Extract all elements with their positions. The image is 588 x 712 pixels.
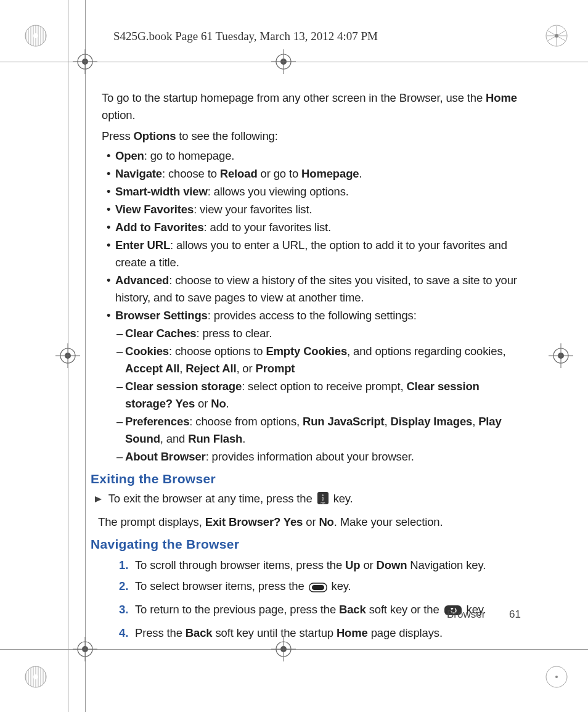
text: to see the following: (176, 129, 277, 142)
bold-text: Accept All (125, 362, 179, 375)
text: or (303, 515, 319, 528)
bold-text: Browser Settings (115, 309, 208, 322)
text: Press the (135, 626, 186, 639)
footer-section: Browser (447, 608, 485, 620)
bold-text: Run Flash (188, 432, 242, 445)
text: : allows you viewing options. (208, 185, 349, 198)
bold-text: Smart-width view (115, 185, 208, 198)
svg-rect-45 (312, 585, 324, 590)
bold-text: Clear session storage (125, 380, 242, 393)
text: option. (102, 108, 136, 121)
registration-mark-icon (73, 49, 97, 74)
bold-text: Advanced (115, 274, 169, 287)
corner-mark-icon (25, 666, 47, 688)
registration-mark-icon (271, 49, 296, 74)
bold-text: Empty Cookies (266, 345, 347, 358)
text: : go to homepage. (144, 149, 235, 162)
svg-text:PWR: PWR (321, 502, 325, 504)
bold-text: Homepage (301, 167, 359, 180)
text: page displays. (368, 626, 443, 639)
text: , (385, 415, 391, 428)
bold-text: Up (345, 559, 360, 571)
exit-instruction: To exit the browser at any time, press t… (94, 490, 521, 510)
option-add-favorites: Add to Favorites: add to your favorites … (107, 219, 521, 236)
bold-text: Reject All (186, 362, 236, 375)
bold-text: Preferences (125, 415, 189, 428)
bold-text: View Favorites (115, 203, 194, 216)
step-1: To scroll through browser items, press t… (119, 557, 521, 574)
bold-text: Home (337, 626, 368, 639)
text: : choose from options, (189, 415, 303, 428)
text: : press to clear. (196, 327, 272, 340)
svg-point-32 (555, 34, 558, 38)
bold-text: Exit Browser? Yes (205, 515, 303, 528)
registration-mark-icon (55, 343, 80, 368)
bold-text: Run JavaScript (303, 415, 385, 428)
text: To scroll through browser items, press t… (135, 559, 345, 571)
text: : choose to (162, 167, 220, 180)
text: , (472, 415, 478, 428)
text: , or (236, 362, 255, 375)
select-key-icon (309, 580, 327, 597)
option-enter-url: Enter URL: allows you to enter a URL, th… (107, 237, 521, 271)
text: : select option to receive prompt, (242, 380, 406, 393)
bold-text: Reload (220, 167, 258, 180)
corner-mark-icon (25, 25, 47, 47)
option-open: Open: go to homepage. (107, 147, 521, 165)
text: : provides access to the following setti… (208, 309, 417, 322)
bold-text: Open (115, 149, 144, 162)
text: Press (102, 129, 134, 142)
page-footer: Browser 61 (102, 608, 521, 621)
options-intro: Press Options to see the following: (102, 128, 521, 145)
text: , and options regarding cookies, (347, 345, 505, 358)
svg-point-26 (33, 33, 38, 38)
bold-text: Back (186, 626, 213, 639)
step-2: To select browser items, press the key. (119, 578, 521, 597)
registration-mark-icon (549, 343, 573, 368)
text: : choose options to (169, 345, 266, 358)
bs-about-browser: About Browser: provides information abou… (116, 448, 521, 465)
heading-exiting: Exiting the Browser (91, 470, 521, 488)
bold-text: Display Images (391, 415, 473, 428)
page-header: S425G.book Page 61 Tuesday, March 13, 20… (113, 30, 378, 43)
bold-text: Home (486, 91, 517, 104)
text: : provides information about your browse… (206, 450, 414, 463)
bold-text: About Browser (125, 450, 206, 463)
svg-point-37 (555, 676, 558, 678)
option-advanced: Advanced: choose to view a history of th… (107, 272, 521, 306)
option-navigate: Navigate: choose to Reload or go to Home… (107, 165, 521, 182)
text: To exit the browser at any time, press t… (108, 492, 316, 505)
step-4: Press the Back soft key until the startu… (119, 624, 521, 642)
option-smart-width: Smart-width view: allows you viewing opt… (107, 183, 521, 200)
text: : choose to view a history of the sites … (115, 274, 517, 304)
bold-text: Prompt (256, 362, 295, 375)
text: : add to your favorites list. (204, 221, 331, 234)
bs-clear-caches: Clear Caches: press to clear. (116, 325, 521, 342)
bold-text: Navigate (115, 167, 162, 180)
arrow-right-icon (94, 491, 103, 509)
text: soft key until the startup (212, 626, 336, 639)
registration-mark-icon (73, 637, 97, 661)
bs-clear-session: Clear session storage: select option to … (116, 378, 521, 412)
text: , and (160, 432, 188, 445)
text: : view your favorites list. (194, 203, 312, 216)
text: or go to (258, 167, 302, 180)
corner-mark-icon (545, 25, 568, 47)
text: The prompt displays, (98, 515, 205, 528)
bold-text: Options (134, 129, 176, 142)
text: To go to the startup homepage from any o… (102, 91, 486, 104)
bold-text: No (211, 397, 226, 410)
text: . (226, 397, 229, 410)
text: key. (332, 579, 351, 592)
text: : allows you to enter a URL, the option … (115, 239, 507, 269)
bold-text: Cookies (125, 345, 169, 358)
bold-text: Add to Favorites (115, 221, 204, 234)
text: or (195, 397, 211, 410)
end-pwr-key-icon: ENDPWR (317, 491, 329, 510)
option-browser-settings: Browser Settings: provides access to the… (107, 307, 521, 324)
text: Navigation key. (407, 559, 486, 571)
crop-line-left2 (85, 0, 86, 712)
svg-point-35 (33, 674, 38, 679)
intro-text: To go to the startup homepage from any o… (102, 89, 521, 124)
bold-text: No (319, 515, 333, 528)
